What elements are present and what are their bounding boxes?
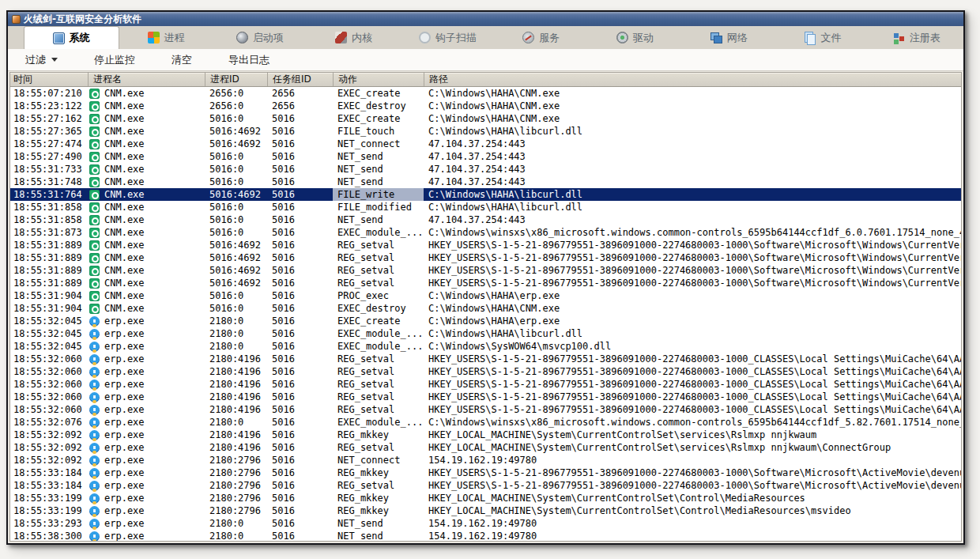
- table-row[interactable]: 18:55:07:210 CNM.exe 2656:0 2656 EXEC_cr…: [10, 87, 961, 100]
- cell-path: 47.104.37.254:443: [424, 176, 961, 188]
- cell-gid: 5016: [267, 353, 333, 365]
- cell-process: CNM.exe: [88, 188, 205, 201]
- tab-network[interactable]: 网络: [682, 26, 776, 49]
- table-row[interactable]: 18:55:32:060 erp.exe 2180:4196 5016 REG_…: [10, 403, 961, 416]
- cell-pid: 2180:0: [205, 416, 267, 429]
- process-name: erp.exe: [104, 454, 145, 466]
- table-row[interactable]: 18:55:32:060 erp.exe 2180:4196 5016 REG_…: [10, 353, 961, 365]
- column-header-5[interactable]: 路径: [424, 73, 961, 86]
- cnm-process-icon: [89, 190, 100, 200]
- cell-process: CNM.exe: [88, 226, 205, 239]
- table-row[interactable]: 18:55:32:092 erp.exe 2180:4196 5016 REG_…: [10, 441, 961, 454]
- table-row[interactable]: 18:55:32:092 erp.exe 2180:2796 5016 NET_…: [10, 454, 961, 466]
- erp-process-icon: [89, 329, 100, 339]
- table-row[interactable]: 18:55:27:490 CNM.exe 5016:0 5016 NET_sen…: [10, 150, 961, 163]
- process-name: erp.exe: [104, 517, 145, 530]
- table-row[interactable]: 18:55:31:733 CNM.exe 5016:0 5016 NET_sen…: [10, 163, 961, 176]
- table-row[interactable]: 18:55:33:199 erp.exe 2180:2796 5016 REG_…: [10, 504, 961, 517]
- table-row[interactable]: 18:55:32:045 erp.exe 2180:0 5016 EXEC_mo…: [10, 340, 961, 353]
- table-row[interactable]: 18:55:31:889 CNM.exe 5016:4692 5016 REG_…: [10, 251, 961, 264]
- table-row[interactable]: 18:55:31:858 CNM.exe 5016:0 5016 NET_sen…: [10, 213, 961, 226]
- column-header-0[interactable]: 时间: [10, 73, 88, 86]
- table-row[interactable]: 18:55:33:184 erp.exe 2180:2796 5016 REG_…: [10, 479, 961, 492]
- cell-pid: 5016:0: [205, 112, 267, 125]
- erp-process-icon: [89, 367, 100, 377]
- column-header-2[interactable]: 进程ID: [205, 73, 267, 86]
- table-row[interactable]: 18:55:31:748 CNM.exe 5016:0 5016 NET_sen…: [10, 176, 961, 188]
- stop-monitor-button[interactable]: 停止监控: [94, 53, 135, 67]
- table-row[interactable]: 18:55:31:889 CNM.exe 5016:4692 5016 REG_…: [10, 277, 961, 289]
- cell-time: 18:55:32:092: [10, 429, 88, 441]
- table-row[interactable]: 18:55:32:092 erp.exe 2180:4196 5016 REG_…: [10, 429, 961, 441]
- table-row[interactable]: 18:55:33:293 erp.exe 2180:0 5016 NET_sen…: [10, 517, 961, 530]
- cell-time: 18:55:33:199: [10, 492, 88, 504]
- table-row[interactable]: 18:55:32:045 erp.exe 2180:0 5016 EXEC_mo…: [10, 327, 961, 340]
- table-row[interactable]: 18:55:31:889 CNM.exe 5016:4692 5016 REG_…: [10, 264, 961, 277]
- services-gear-icon: [522, 32, 534, 43]
- tab-driver[interactable]: 驱动: [588, 26, 682, 49]
- cnm-process-icon: [89, 240, 100, 251]
- cell-time: 18:55:33:184: [10, 479, 88, 492]
- cell-action: REG_setval: [333, 251, 424, 264]
- tab-label: 启动项: [253, 31, 284, 45]
- cnm-process-icon: [89, 127, 100, 137]
- tab-services[interactable]: 服务: [495, 26, 589, 49]
- table-row[interactable]: 18:55:32:060 erp.exe 2180:4196 5016 REG_…: [10, 378, 961, 391]
- process-name: CNM.exe: [104, 138, 145, 150]
- cell-process: erp.exe: [88, 504, 205, 517]
- cell-path: C:\Windows\HAHA\CNM.exe: [424, 87, 961, 100]
- table-row[interactable]: 18:55:31:904 CNM.exe 5016:0 5016 PROC_ex…: [10, 289, 961, 302]
- export-log-button[interactable]: 导出日志: [228, 53, 270, 67]
- cell-process: erp.exe: [88, 315, 205, 327]
- title-bar[interactable]: 火绒剑-互联网安全分析软件: [8, 12, 963, 26]
- cell-gid: 5016: [267, 517, 333, 530]
- table-row[interactable]: 18:55:31:764 CNM.exe 5016:4692 5016 FILE…: [10, 188, 961, 201]
- column-header-4[interactable]: 动作: [333, 73, 424, 86]
- cell-pid: 5016:4692: [205, 138, 267, 150]
- tab-registry[interactable]: 注册表: [869, 26, 963, 49]
- cell-action: NET_send: [333, 213, 424, 226]
- tab-hookscan[interactable]: 钩子扫描: [401, 26, 495, 49]
- cell-gid: 5016: [267, 492, 333, 504]
- cell-path: HKEY_USERS\S-1-5-21-896779551-3896091000…: [424, 239, 961, 251]
- column-header-3[interactable]: 任务组ID: [267, 73, 333, 86]
- filter-button[interactable]: 过滤: [25, 53, 58, 67]
- table-row[interactable]: 18:55:32:060 erp.exe 2180:4196 5016 REG_…: [10, 391, 961, 403]
- table-row[interactable]: 18:55:33:184 erp.exe 2180:2796 5016 REG_…: [10, 466, 961, 479]
- tab-process[interactable]: 进程: [119, 26, 213, 49]
- cell-path: 47.104.37.254:443: [424, 213, 961, 226]
- table-row[interactable]: 18:55:31:904 CNM.exe 5016:0 5016 EXEC_de…: [10, 302, 961, 315]
- erp-process-icon: [89, 506, 100, 516]
- button-label: 停止监控: [94, 53, 135, 67]
- cell-path: HKEY_LOCAL_MACHINE\System\CurrentControl…: [424, 504, 961, 517]
- table-row[interactable]: 18:55:27:365 CNM.exe 5016:4692 5016 FILE…: [10, 125, 961, 138]
- cell-action: NET_send: [333, 176, 424, 188]
- cell-process: erp.exe: [88, 327, 205, 340]
- table-row[interactable]: 18:55:38:300 erp.exe 2180:0 5016 NET_sen…: [10, 530, 961, 541]
- tab-startup[interactable]: 启动项: [213, 26, 307, 49]
- table-row[interactable]: 18:55:31:873 CNM.exe 5016:0 5016 EXEC_mo…: [10, 226, 961, 239]
- cell-pid: 5016:4692: [205, 264, 267, 277]
- tab-file[interactable]: 文件: [776, 26, 870, 49]
- table-row[interactable]: 18:55:33:199 erp.exe 2180:2796 5016 REG_…: [10, 492, 961, 504]
- table-row[interactable]: 18:55:31:889 CNM.exe 5016:4692 5016 REG_…: [10, 239, 961, 251]
- table-row[interactable]: 18:55:32:076 erp.exe 2180:0 5016 EXEC_mo…: [10, 416, 961, 429]
- cell-action: NET_send: [333, 150, 424, 163]
- table-row[interactable]: 18:55:32:045 erp.exe 2180:0 5016 EXEC_cr…: [10, 315, 961, 327]
- tab-kernel[interactable]: 内核: [307, 26, 401, 49]
- cell-pid: 5016:0: [205, 289, 267, 302]
- clear-button[interactable]: 清空: [172, 53, 192, 67]
- process-name: CNM.exe: [104, 125, 145, 138]
- column-header-1[interactable]: 进程名: [88, 73, 205, 86]
- table-row[interactable]: 18:55:31:858 CNM.exe 5016:0 5016 FILE_mo…: [10, 201, 961, 213]
- cell-path: C:\Windows\HAHA\erp.exe: [424, 315, 961, 327]
- cell-action: REG_setval: [333, 239, 424, 251]
- cell-pid: 2180:2796: [205, 492, 267, 504]
- cnm-process-icon: [89, 114, 100, 124]
- table-row[interactable]: 18:55:27:474 CNM.exe 5016:4692 5016 NET_…: [10, 138, 961, 150]
- table-row[interactable]: 18:55:27:162 CNM.exe 5016:0 5016 EXEC_cr…: [10, 112, 961, 125]
- cell-gid: 2656: [267, 100, 333, 112]
- table-row[interactable]: 18:55:23:122 CNM.exe 2656:0 2656 EXEC_de…: [10, 100, 961, 112]
- table-row[interactable]: 18:55:32:060 erp.exe 2180:4196 5016 REG_…: [10, 365, 961, 378]
- tab-system[interactable]: 系统: [24, 26, 119, 49]
